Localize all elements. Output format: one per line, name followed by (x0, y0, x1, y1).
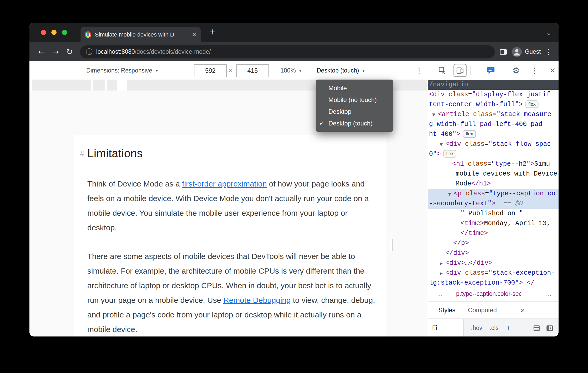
expand-arrow-closed-icon[interactable]: ▶ (440, 268, 445, 278)
breadcrumb-selected-element[interactable]: p.type--caption.color-sec (456, 286, 522, 301)
flex-badge[interactable]: flex (525, 100, 538, 108)
code-token (462, 190, 466, 197)
dom-tree-row[interactable]: " Published on " (428, 209, 559, 219)
devtools-menu-button[interactable]: ⋮ (529, 61, 541, 80)
tab-close-icon[interactable]: ✕ (192, 31, 197, 38)
code-token: = (493, 111, 497, 118)
width-input[interactable] (194, 64, 227, 77)
side-panel-icon[interactable] (499, 48, 507, 56)
dom-tree-row[interactable]: ▶<div>…</div> (428, 258, 559, 268)
first-order-approximation-link[interactable]: first-order approximation (182, 179, 267, 188)
site-info-icon[interactable]: ⓘ (86, 47, 93, 56)
dom-tree-row[interactable]: ▼<div class="stack flow-spac (428, 139, 559, 149)
settings-gear-icon[interactable]: ⚙ (510, 61, 522, 80)
browser-tab[interactable]: Simulate mobile devices with D ✕ (81, 27, 201, 42)
heading-anchor-hash[interactable]: # (80, 150, 84, 158)
device-type-dropdown: Mobile Mobile (no touch) Desktop ✓ Deskt… (316, 80, 393, 132)
tab-search-chevron-icon[interactable]: ⌄ (546, 28, 552, 37)
dropdown-item-desktop[interactable]: Desktop (316, 106, 393, 117)
expand-arrow-open-icon[interactable]: ▼ (432, 110, 438, 119)
dom-tree-row[interactable]: <time>Monday, April 13, (428, 219, 559, 228)
avatar[interactable] (512, 47, 522, 57)
new-tab-button[interactable]: + (210, 26, 216, 38)
dom-tree-row[interactable]: g width-full pad-left-400 pad (428, 119, 559, 129)
code-token: … (465, 259, 469, 267)
expand-arrow-open-icon[interactable]: ▼ (440, 140, 445, 149)
code-token: <article (438, 111, 469, 118)
toggle-element-state-button[interactable]: :hov (471, 324, 482, 332)
dom-row-clipped[interactable]: /navigatio (428, 80, 559, 90)
tab-styles[interactable]: Styles (438, 306, 455, 314)
dom-tree-row[interactable]: </p> (428, 238, 559, 248)
dimensions-select[interactable]: Dimensions: Responsive ▼ (86, 61, 159, 80)
code-token: "display-flex justif (472, 91, 550, 98)
breadcrumb-overflow-left[interactable]: … (437, 286, 443, 301)
traffic-light-zoom-icon[interactable] (62, 30, 67, 35)
dom-tree-row[interactable]: -secondary-text"> == $0 (428, 199, 559, 209)
forward-button[interactable]: → (50, 47, 61, 56)
code-token: <time> (461, 220, 484, 227)
dimension-multiply-label: × (227, 61, 233, 80)
devtools-close-button[interactable]: ✕ (547, 61, 559, 80)
dom-tree-row[interactable]: <div class="display-flex justif (428, 90, 559, 100)
dom-tree-row[interactable]: </time> (428, 228, 559, 238)
element-classes-button[interactable]: .cls (489, 324, 499, 332)
traffic-light-close-icon[interactable] (41, 30, 46, 35)
expand-arrow-open-icon[interactable]: ▼ (448, 189, 454, 199)
toggle-sidebar-icon[interactable] (546, 324, 553, 332)
height-input[interactable] (236, 64, 269, 77)
url-host: localhost:8080 (96, 48, 135, 55)
dom-tree-row[interactable]: mobile devices with Device (428, 169, 559, 179)
dom-tree-row[interactable]: Mode</h1> (428, 179, 559, 189)
tab-computed[interactable]: Computed (468, 306, 497, 314)
dom-tree-row[interactable]: ht-400">flex (428, 129, 559, 139)
code-token (461, 140, 465, 148)
expand-arrow-closed-icon[interactable]: ▶ (440, 258, 445, 268)
console-messages-icon[interactable] (485, 61, 497, 80)
traffic-light-minimize-icon[interactable] (51, 30, 57, 35)
code-token: class (449, 91, 468, 98)
flex-badge[interactable]: flex (443, 150, 456, 158)
dom-tree-row[interactable]: <h1 class="type--h2">Simu (428, 159, 559, 169)
inspect-element-button[interactable] (436, 61, 448, 80)
code-token: > (456, 130, 460, 138)
code-token: -secondary-text" (429, 200, 492, 207)
dom-tree-row[interactable]: ▼<article class="stack measure (428, 110, 559, 119)
dropdown-item-mobile-no-touch[interactable]: Mobile (no touch) (316, 94, 393, 106)
dom-tree-row[interactable]: tent-center width-full">flex (428, 100, 559, 110)
breadcrumb-bar: … p.type--caption.color-sec … (428, 286, 559, 301)
code-token: > (492, 200, 495, 207)
code-token: </p> (453, 239, 469, 247)
reload-button[interactable]: ↻ (64, 47, 75, 56)
remote-debugging-link[interactable]: Remote Debugging (223, 296, 291, 304)
device-type-select[interactable]: Desktop (touch) ▼ (317, 61, 365, 80)
dom-tree-row[interactable]: ▶<div class="stack-exception- (428, 268, 559, 278)
code-token: Simu (534, 160, 550, 168)
dropdown-item-mobile[interactable]: Mobile (316, 82, 393, 94)
new-style-rule-button[interactable]: + (506, 323, 511, 333)
vertical-drag-handle[interactable] (391, 239, 391, 251)
code-token: == $0 (495, 200, 523, 207)
article-card: # Limitations Think of Device Mode as a … (74, 135, 386, 336)
device-toolbar-toggle-button[interactable] (454, 61, 467, 80)
code-token: <h1 (452, 160, 464, 168)
dom-tree-row[interactable]: lg:stack-exception-700"> </ (428, 278, 559, 286)
styles-filter-input[interactable] (428, 319, 464, 336)
code-token: = (487, 160, 491, 168)
back-button[interactable]: ← (36, 47, 47, 56)
url-bar[interactable]: ⓘ localhost:8080/docs/devtools/device-mo… (80, 45, 495, 58)
zoom-select[interactable]: 100% ▼ (280, 61, 302, 80)
more-tabs-chevron[interactable]: » (521, 306, 524, 314)
dropdown-item-desktop-touch[interactable]: ✓ Desktop (touch) (316, 117, 393, 129)
style-sheet-icon[interactable] (533, 324, 540, 332)
code-token (464, 160, 468, 168)
breadcrumb-overflow-right[interactable]: … (546, 286, 552, 301)
browser-menu-button[interactable]: ⋮ (544, 47, 552, 56)
flex-badge[interactable]: flex (463, 130, 476, 138)
code-token: </h1> (471, 180, 491, 188)
dom-tree-row[interactable]: ▼<p class="type--caption co (428, 189, 559, 199)
dom-tree: /navigatio<div class="display-flex justi… (428, 80, 559, 286)
dom-tree-row[interactable]: </div> (428, 248, 559, 258)
dom-tree-row[interactable]: 0">flex (428, 149, 559, 159)
device-toolbar-menu-button[interactable]: ⋮ (415, 61, 423, 80)
